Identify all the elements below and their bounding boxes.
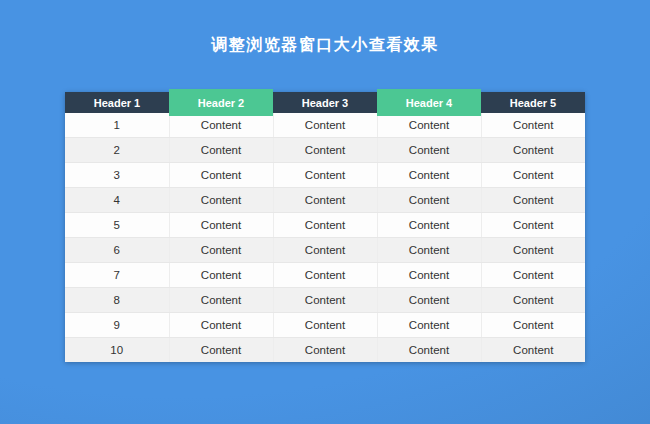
content-cell: Content <box>273 163 377 188</box>
row-index-cell: 6 <box>65 238 169 263</box>
content-cell: Content <box>377 188 481 213</box>
content-cell: Content <box>481 263 585 288</box>
table-row: 9ContentContentContentContent <box>65 313 585 338</box>
table-row: 8ContentContentContentContent <box>65 288 585 313</box>
content-cell: Content <box>481 163 585 188</box>
content-cell: Content <box>481 338 585 363</box>
row-index-cell: 7 <box>65 263 169 288</box>
content-cell: Content <box>169 188 273 213</box>
content-cell: Content <box>169 338 273 363</box>
data-table-container: Header 1Header 2Header 3Header 4Header 5… <box>65 92 585 362</box>
content-cell: Content <box>377 313 481 338</box>
table-row: 1ContentContentContentContent <box>65 113 585 138</box>
row-index-cell: 4 <box>65 188 169 213</box>
highlighted-header-cell: Header 4 <box>377 89 481 116</box>
content-cell: Content <box>377 238 481 263</box>
content-cell: Content <box>377 213 481 238</box>
content-cell: Content <box>481 288 585 313</box>
content-cell: Content <box>481 313 585 338</box>
content-cell: Content <box>377 113 481 138</box>
content-cell: Content <box>377 288 481 313</box>
content-cell: Content <box>481 113 585 138</box>
content-cell: Content <box>273 338 377 363</box>
column-header-5: Header 5 <box>481 92 585 113</box>
table-header-row: Header 1Header 2Header 3Header 4Header 5 <box>65 92 585 113</box>
content-cell: Content <box>481 138 585 163</box>
content-cell: Content <box>481 238 585 263</box>
content-cell: Content <box>273 188 377 213</box>
content-cell: Content <box>169 163 273 188</box>
table-row: 2ContentContentContentContent <box>65 138 585 163</box>
row-index-cell: 1 <box>65 113 169 138</box>
content-cell: Content <box>273 113 377 138</box>
row-index-cell: 10 <box>65 338 169 363</box>
row-index-cell: 2 <box>65 138 169 163</box>
row-index-cell: 8 <box>65 288 169 313</box>
table-row: 6ContentContentContentContent <box>65 238 585 263</box>
content-cell: Content <box>169 238 273 263</box>
table-row: 10ContentContentContentContent <box>65 338 585 363</box>
content-cell: Content <box>481 188 585 213</box>
content-cell: Content <box>273 313 377 338</box>
page-title: 调整浏览器窗口大小查看效果 <box>0 34 650 55</box>
page-background: { "page": { "title": "调整浏览器窗口大小查看效果", "b… <box>0 0 650 424</box>
content-cell: Content <box>377 338 481 363</box>
table-header: Header 1Header 2Header 3Header 4Header 5 <box>65 92 585 113</box>
table-row: 7ContentContentContentContent <box>65 263 585 288</box>
row-index-cell: 5 <box>65 213 169 238</box>
column-header-3: Header 3 <box>273 92 377 113</box>
table-body: 1ContentContentContentContent2ContentCon… <box>65 113 585 362</box>
content-cell: Content <box>169 288 273 313</box>
content-cell: Content <box>481 213 585 238</box>
table-row: 5ContentContentContentContent <box>65 213 585 238</box>
column-header-4: Header 4 <box>377 92 481 113</box>
row-index-cell: 9 <box>65 313 169 338</box>
content-cell: Content <box>169 213 273 238</box>
content-cell: Content <box>273 213 377 238</box>
content-cell: Content <box>169 263 273 288</box>
content-cell: Content <box>377 263 481 288</box>
content-cell: Content <box>169 313 273 338</box>
column-header-2: Header 2 <box>169 92 273 113</box>
content-cell: Content <box>273 238 377 263</box>
content-cell: Content <box>169 138 273 163</box>
content-cell: Content <box>377 138 481 163</box>
highlighted-header-cell: Header 2 <box>169 89 273 116</box>
column-header-1: Header 1 <box>65 92 169 113</box>
content-cell: Content <box>273 263 377 288</box>
content-cell: Content <box>273 288 377 313</box>
table-row: 4ContentContentContentContent <box>65 188 585 213</box>
content-cell: Content <box>273 138 377 163</box>
content-cell: Content <box>377 163 481 188</box>
content-cell: Content <box>169 113 273 138</box>
row-index-cell: 3 <box>65 163 169 188</box>
table-row: 3ContentContentContentContent <box>65 163 585 188</box>
data-table: Header 1Header 2Header 3Header 4Header 5… <box>65 92 585 362</box>
